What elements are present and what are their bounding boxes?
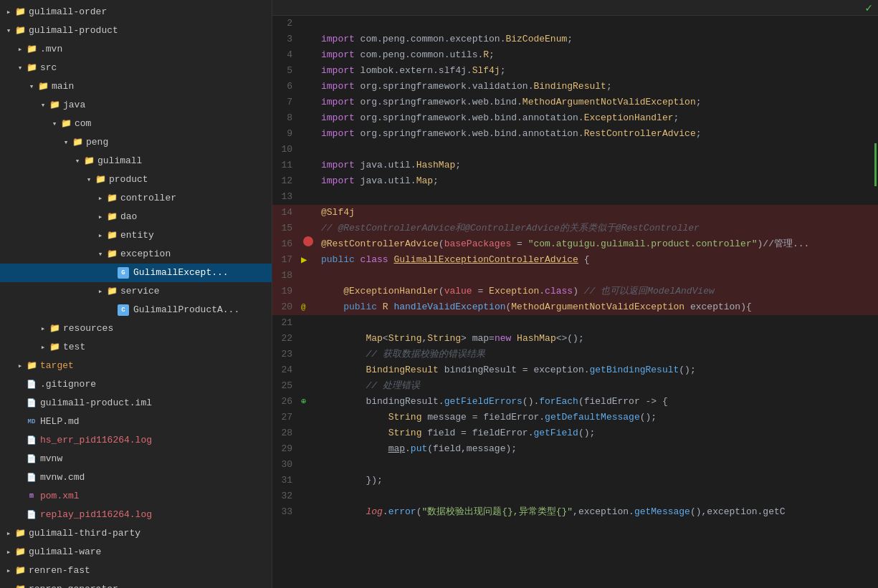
arrow-icon — [83, 172, 95, 188]
gutter — [301, 95, 315, 110]
table-row: 5 import lombok.extern.slf4j.Slf4j; — [272, 63, 878, 79]
file-icon: 📄 — [26, 453, 37, 465]
line-content: import com.peng.common.exception.BizCode… — [315, 32, 878, 47]
arrow-icon — [3, 526, 14, 541]
sidebar-item-label: product — [109, 172, 148, 188]
line-number: 33 — [272, 504, 301, 520]
table-row: 12 import java.util.Map; — [272, 173, 878, 189]
line-content — [315, 142, 878, 158]
sidebar-item-renren-fast[interactable]: 📁 renren-fast — [0, 562, 272, 580]
line-number: 31 — [272, 473, 301, 488]
sidebar-item-gulimall-exception-class[interactable]: G GulimallExcept... — [0, 264, 272, 282]
sidebar-item-label: dao — [120, 209, 137, 225]
sidebar-item-label: .mvn — [40, 42, 62, 57]
arrow-icon — [95, 228, 106, 244]
file-tree: 📁 gulimall-order 📁 gulimall-product 📁 .m… — [0, 0, 272, 588]
sidebar-item-gulimall-product[interactable]: 📁 gulimall-product — [0, 21, 272, 40]
line-number: 30 — [272, 457, 301, 473]
line-content: public R handleValidException(MethodArgu… — [315, 299, 878, 315]
table-row: 22 Map<String,String> map=new HashMap<>(… — [272, 331, 878, 347]
table-row: 29 map.put(field,message); — [272, 441, 878, 457]
sidebar-item-exception[interactable]: 📁 exception — [0, 245, 272, 264]
sidebar-item-gulimall[interactable]: 📁 gulimall — [0, 152, 272, 170]
table-row: 7 import org.springframework.web.bind.Me… — [272, 95, 878, 110]
line-number: 3 — [272, 32, 301, 47]
line-content — [315, 189, 878, 205]
sidebar-item-label: mvnw.cmd — [40, 470, 85, 486]
sidebar-item-target[interactable]: 📁 target — [0, 357, 272, 375]
sidebar-item-label: renren-fast — [29, 563, 90, 579]
sidebar-item-peng[interactable]: 📁 peng — [0, 133, 272, 152]
sidebar-item-service[interactable]: 📁 service — [0, 282, 272, 301]
line-content: @Slf4j — [315, 205, 878, 221]
sidebar-item-dao[interactable]: 📁 dao — [0, 208, 272, 226]
line-number: 25 — [272, 378, 301, 394]
folder-icon: 📁 — [60, 118, 72, 130]
gutter — [301, 205, 315, 221]
sidebar-item-resources[interactable]: 📁 resources — [0, 319, 272, 338]
gutter — [301, 189, 315, 205]
line-content: // @RestControllerAdvice和@ControllerAdvi… — [315, 221, 878, 236]
folder-icon: 📁 — [37, 81, 49, 92]
code-area[interactable]: 2 3 import com.peng.common.exception.Biz… — [272, 16, 878, 588]
sidebar-item-mvnwcmd[interactable]: 📄 mvnw.cmd — [0, 468, 272, 487]
table-row: 21 — [272, 315, 878, 331]
sidebar-item-label: peng — [86, 135, 108, 150]
sidebar-item-gulimall-order[interactable]: 📁 gulimall-order — [0, 3, 272, 21]
table-row: 19 @ExceptionHandler(value = Exception.c… — [272, 284, 878, 299]
sidebar-item-label: gulimall-product.iml — [40, 395, 152, 411]
line-number: 21 — [272, 315, 301, 331]
sidebar-item-src[interactable]: 📁 src — [0, 59, 272, 77]
folder-icon: 📁 — [26, 62, 37, 74]
sidebar-item-com[interactable]: 📁 com — [0, 115, 272, 133]
xml-icon: m — [26, 491, 37, 502]
arrow-icon — [3, 582, 14, 588]
sidebar-item-gitignore1[interactable]: 📄 .gitignore — [0, 375, 272, 394]
sidebar-item-entity[interactable]: 📁 entity — [0, 226, 272, 245]
sidebar-item-help[interactable]: MD HELP.md — [0, 413, 272, 431]
gutter — [301, 347, 315, 362]
sidebar-item-mvn[interactable]: 📁 .mvn — [0, 40, 272, 59]
sidebar-item-gulimall-third-party[interactable]: 📁 gulimall-third-party — [0, 524, 272, 543]
table-row: 2 — [272, 16, 878, 32]
sidebar-item-pomxml[interactable]: m pom.xml — [0, 487, 272, 506]
sidebar-item-gulimall-product-class[interactable]: C GulimallProductA... — [0, 301, 272, 319]
gutter — [301, 315, 315, 331]
line-number: 13 — [272, 189, 301, 205]
sidebar-item-controller[interactable]: 📁 controller — [0, 189, 272, 208]
file-icon: 📄 — [26, 379, 37, 390]
sidebar-item-label: renren-generator — [29, 582, 118, 588]
sidebar-item-iml[interactable]: 📄 gulimall-product.iml — [0, 394, 272, 413]
scrollbar-indicator — [874, 143, 877, 186]
sidebar-item-label: main — [52, 79, 74, 95]
folder-icon: 📁 — [106, 211, 118, 223]
line-content — [315, 315, 878, 331]
sidebar-item-replaylog[interactable]: 📄 replay_pid116264.log — [0, 506, 272, 524]
table-row: 26 ⊕ bindingResult.getFieldErrors().forE… — [272, 394, 878, 410]
sidebar-item-label: GulimallProductA... — [133, 302, 239, 318]
arrow-icon — [3, 544, 14, 560]
gutter — [301, 236, 315, 252]
sidebar-item-label: gulimall-product — [29, 23, 118, 39]
sidebar-item-renren-generator[interactable]: 📁 renren-generator — [0, 580, 272, 588]
arrow-icon — [95, 246, 106, 262]
line-content: import com.peng.common.utils.R; — [315, 47, 878, 63]
sidebar-item-label: gulimall-third-party — [29, 526, 140, 541]
sidebar-item-product[interactable]: 📁 product — [0, 170, 272, 189]
line-number: 9 — [272, 126, 301, 142]
gutter — [301, 79, 315, 95]
sidebar-item-label: java — [63, 97, 85, 113]
sidebar-item-mvnw[interactable]: 📄 mvnw — [0, 450, 272, 468]
sidebar-item-test[interactable]: 📁 test — [0, 338, 272, 357]
sidebar-item-label: com — [75, 116, 91, 132]
sidebar-item-label: pom.xml — [40, 488, 80, 504]
line-content: @RestControllerAdvice(basePackages = "co… — [315, 236, 878, 252]
sidebar-item-main[interactable]: 📁 main — [0, 77, 272, 96]
sidebar-item-java[interactable]: 📁 java — [0, 96, 272, 115]
sidebar-item-gulimall-ware[interactable]: 📁 gulimall-ware — [0, 543, 272, 562]
gutter — [301, 410, 315, 425]
arrow-icon — [3, 4, 14, 20]
line-content: public class GulimallExceptionController… — [315, 252, 878, 268]
sidebar-item-hslog[interactable]: 📄 hs_err_pid116264.log — [0, 431, 272, 450]
file-icon: 📄 — [26, 397, 37, 409]
